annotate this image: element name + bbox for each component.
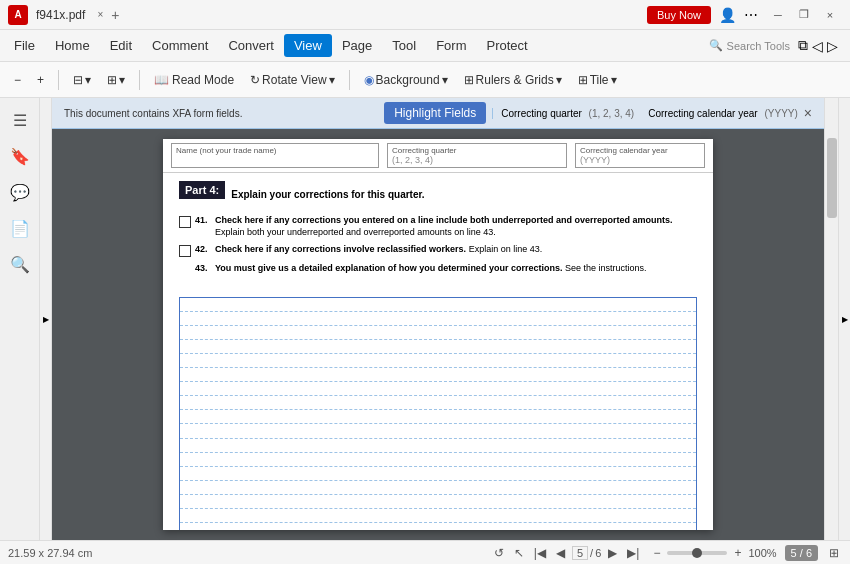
- tile-icon: ⊞: [578, 73, 588, 87]
- restore-button[interactable]: ❐: [792, 5, 816, 25]
- rotate-icon: ↻: [250, 73, 260, 87]
- nav-next-btn[interactable]: ▶: [605, 545, 620, 561]
- menu-tool[interactable]: Tool: [382, 34, 426, 57]
- scroll-thumb[interactable]: [827, 138, 837, 218]
- correcting-year-label: Correcting calendar year: [648, 108, 758, 119]
- text-line-4: [180, 340, 696, 354]
- nav-last-btn[interactable]: ▶|: [624, 545, 642, 561]
- minimize-button[interactable]: ─: [766, 5, 790, 25]
- text-line-15: [180, 495, 696, 509]
- menu-edit[interactable]: Edit: [100, 34, 142, 57]
- cy-value: (YYYY): [580, 155, 700, 165]
- text-area-box[interactable]: [179, 297, 697, 530]
- highlight-fields-button[interactable]: Highlight Fields: [384, 102, 486, 124]
- nav-back-icon[interactable]: ◁: [812, 38, 823, 54]
- page-counter: 5 / 6: [572, 546, 601, 560]
- zoom-level-dropdown[interactable]: ⊟ ▾: [67, 70, 97, 90]
- title-bar-left: A f941x.pdf × +: [8, 5, 119, 25]
- menu-page[interactable]: Page: [332, 34, 382, 57]
- text-line-3: [180, 326, 696, 340]
- panel-toggle-right[interactable]: ▶: [838, 98, 850, 540]
- menu-home[interactable]: Home: [45, 34, 100, 57]
- checkbox-41[interactable]: [179, 216, 191, 228]
- rulers-icon: ⊞: [464, 73, 474, 87]
- rulers-grid-btn[interactable]: ⊞ Rulers & Grids ▾: [458, 70, 568, 90]
- text-line-9: [180, 410, 696, 424]
- zoom-out-btn[interactable]: −: [8, 70, 27, 90]
- sidebar-item-bookmarks[interactable]: 🔖: [6, 142, 34, 170]
- view-options-dropdown[interactable]: ⊞ ▾: [101, 70, 131, 90]
- menu-form[interactable]: Form: [426, 34, 476, 57]
- search-icon: 🔍: [709, 39, 723, 52]
- correcting-quarter-label: Correcting quarter: [501, 108, 582, 119]
- edit-label[interactable]: Correcting quarter (1, 2, 3, 4): [492, 108, 634, 119]
- panel-toggle-left[interactable]: ▶: [40, 98, 52, 540]
- current-page[interactable]: 5: [572, 546, 588, 560]
- close-button[interactable]: ×: [818, 5, 842, 25]
- text-line-7: [180, 382, 696, 396]
- sidebar-item-pages[interactable]: ☰: [6, 106, 34, 134]
- zoom-out-status-btn[interactable]: −: [650, 545, 663, 561]
- chevron-left-icon: ▶: [842, 315, 848, 324]
- tab-add-btn[interactable]: +: [111, 7, 119, 23]
- correcting-year-box: Correcting calendar year (YYYY): [575, 143, 705, 168]
- menu-view[interactable]: View: [284, 34, 332, 57]
- menu-comment[interactable]: Comment: [142, 34, 218, 57]
- nav-prev-btn[interactable]: ◀: [553, 545, 568, 561]
- app-icon: A: [8, 5, 28, 25]
- row-num-41: 41.: [195, 215, 215, 225]
- fit-page-btn[interactable]: ⊞: [826, 545, 842, 561]
- xfa-message: This document contains XFA form fields.: [64, 108, 376, 119]
- zoom-in-btn[interactable]: +: [31, 70, 50, 90]
- window-controls: ─ ❐ ×: [766, 5, 842, 25]
- total-pages: 6: [595, 547, 601, 559]
- menu-file[interactable]: File: [4, 34, 45, 57]
- tab-close-btn[interactable]: ×: [97, 9, 103, 20]
- text-line-5: [180, 354, 696, 368]
- rotate-dropdown-arrow: ▾: [329, 73, 335, 87]
- form-row-41: 41. Check here if any corrections you en…: [179, 215, 697, 238]
- xfa-actions: Highlight Fields Correcting quarter (1, …: [384, 102, 812, 124]
- sidebar-item-pages2[interactable]: 📄: [6, 214, 34, 242]
- read-mode-btn[interactable]: 📖 Read Mode: [148, 70, 240, 90]
- zoom-in-status-btn[interactable]: +: [731, 545, 744, 561]
- part-title: Explain your corrections for this quarte…: [231, 189, 424, 200]
- nav-pointer-btn[interactable]: ↖: [511, 545, 527, 561]
- xfa-close-button[interactable]: ×: [804, 105, 812, 121]
- title-bar: A f941x.pdf × + Buy Now 👤 ⋯ ─ ❐ ×: [0, 0, 850, 30]
- title-bar-right: Buy Now 👤 ⋯ ─ ❐ ×: [647, 5, 842, 25]
- row-text-41: Check here if any corrections you entere…: [215, 215, 697, 238]
- tile-btn[interactable]: ⊞ Tile ▾: [572, 70, 623, 90]
- zoom-slider[interactable]: [667, 551, 727, 555]
- correcting-quarter-box: Correcting quarter (1, 2, 3, 4): [387, 143, 567, 168]
- user-icon: 👤: [719, 7, 736, 23]
- text-line-14: [180, 481, 696, 495]
- row-text-42: Check here if any corrections involve re…: [215, 244, 697, 256]
- view-icon: ⊞: [107, 73, 117, 87]
- rotate-view-btn[interactable]: ↻ Rotate View ▾: [244, 70, 340, 90]
- nav-rotate-btn[interactable]: ↺: [491, 545, 507, 561]
- background-icon: ◉: [364, 73, 374, 87]
- part-header-area: Part 4: Explain your corrections for thi…: [179, 181, 697, 207]
- document-dimensions: 21.59 x 27.94 cm: [8, 547, 92, 559]
- sidebar-item-comments[interactable]: 💬: [6, 178, 34, 206]
- chevron-right-icon: ▶: [43, 315, 49, 324]
- menu-protect[interactable]: Protect: [476, 34, 537, 57]
- background-btn[interactable]: ◉ Background ▾: [358, 70, 454, 90]
- xfa-notification-bar: This document contains XFA form fields. …: [52, 98, 824, 129]
- read-mode-icon: 📖: [154, 73, 169, 87]
- search-tools[interactable]: 🔍 Search Tools: [709, 39, 790, 52]
- nav-forward-icon[interactable]: ▷: [827, 38, 838, 54]
- checkbox-42[interactable]: [179, 245, 191, 257]
- more-options-icon[interactable]: ⋯: [744, 7, 758, 23]
- form-row-43: 43. You must give us a detailed explanat…: [179, 263, 697, 275]
- buy-now-button[interactable]: Buy Now: [647, 6, 711, 24]
- sidebar-item-search[interactable]: 🔍: [6, 250, 34, 278]
- cq-label: Correcting quarter: [392, 146, 562, 155]
- external-link-icon[interactable]: ⧉: [798, 37, 808, 54]
- nav-first-btn[interactable]: |◀: [531, 545, 549, 561]
- menu-convert[interactable]: Convert: [218, 34, 284, 57]
- right-scrollbar[interactable]: [824, 98, 838, 540]
- toolbar-separator-2: [139, 70, 140, 90]
- file-title: f941x.pdf: [36, 8, 85, 22]
